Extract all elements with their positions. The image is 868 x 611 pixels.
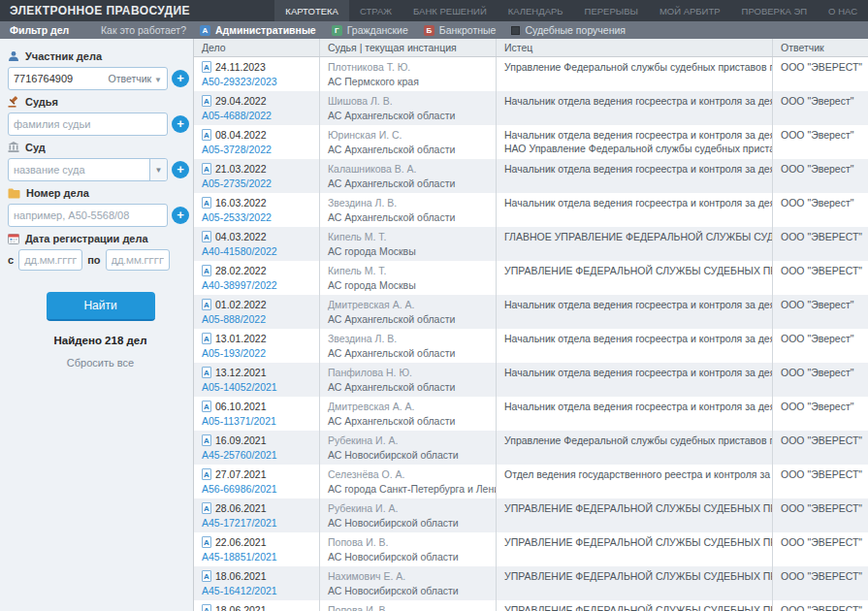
nav-item-link[interactable]: МОЙ АРБИТР [649, 0, 731, 21]
participant-role-select[interactable]: Ответчик ▼ [108, 73, 162, 84]
cell-judge-court: Плотникова Т. Ю.АС Пермского края [320, 57, 497, 91]
judge-name: Шишова Л. В. [328, 95, 488, 107]
case-type-tab[interactable]: ББанкротные [424, 24, 497, 36]
table-row: А18.06.2021Попова И. В.УПРАВЛЕНИЕ ФЕДЕРА… [194, 600, 868, 611]
case-number-link[interactable]: А05-2735/2022 [202, 177, 311, 189]
court-name: АС города Санкт-Петербурга и Ленинградс [328, 483, 488, 495]
court-label-row: Суд [8, 142, 193, 153]
judge-name: Юринская И. С. [328, 129, 488, 141]
judge-inputbox [8, 113, 168, 136]
case-number-link[interactable]: А05-4688/2022 [202, 110, 311, 121]
cell-judge-court: Юринская И. С.АС Архангельской области [320, 125, 497, 159]
plaintiff-name: УПРАВЛЕНИЕ ФЕДЕРАЛЬНОЙ СЛУЖБЫ СУДЕБНЫХ П… [504, 502, 764, 514]
reg-date-label: Дата регистрации дела [25, 233, 148, 244]
case-number-link[interactable]: А45-25760/2021 [202, 449, 311, 461]
judge-name: Дмитревская А. А. [328, 299, 488, 310]
app-title: ЭЛЕКТРОННОЕ ПРАВОСУДИЕ [0, 0, 200, 21]
plaintiff-name: Начальник отдела ведения госреестра и ко… [504, 95, 764, 107]
administrative-case-icon: А [202, 197, 211, 209]
date-from-label: с [8, 254, 14, 266]
cell-case: А18.06.2021 [194, 600, 320, 611]
date-from-input[interactable] [18, 249, 82, 271]
nav-item-link[interactable]: ПРОВЕРКА ЭП [731, 0, 819, 21]
calendar-icon [8, 233, 19, 244]
case-number-link[interactable]: А45-17217/2021 [202, 517, 311, 529]
date-to-input[interactable] [106, 249, 170, 271]
cell-case: А04.03.2022А40-41580/2022 [194, 227, 320, 261]
administrative-case-icon: А [202, 265, 211, 276]
case-number-link[interactable]: А05-3728/2022 [202, 144, 311, 155]
nav-item-link[interactable]: О НАС [818, 0, 868, 21]
cell-plaintiff: УПРАВЛЕНИЕ ФЕДЕРАЛЬНОЙ СЛУЖБЫ СУДЕБНЫХ П… [497, 600, 773, 611]
case-number-link[interactable]: А45-18851/2021 [202, 551, 311, 563]
reset-all-link[interactable]: Сбросить все [8, 357, 193, 369]
plaintiff-name: УПРАВЛЕНИЕ ФЕДЕРАЛЬНОЙ СЛУЖБЫ СУДЕБНЫХ П… [504, 570, 764, 582]
administrative-case-icon: А [202, 536, 211, 548]
case-number-input[interactable] [14, 209, 162, 221]
filter-bar: Фильтр дел Как это работает? ААдминистра… [0, 21, 868, 39]
plaintiff-name: УПРАВЛЕНИЕ ФЕДЕРАЛЬНОЙ СЛУЖБЫ СУДЕБНЫХ П… [504, 265, 764, 276]
how-it-works-link[interactable]: Как это работает? [101, 24, 186, 36]
table-row: А08.04.2022А05-3728/2022Юринская И. С.АС… [194, 125, 868, 159]
cell-judge-court: Звездина Л. В.АС Архангельской области [320, 329, 497, 363]
add-court-button[interactable]: + [172, 161, 189, 178]
case-number-link[interactable]: А56-66986/2021 [202, 483, 311, 495]
case-number-label: Номер дела [26, 187, 89, 199]
court-input[interactable] [14, 164, 145, 176]
court-dropdown-button[interactable]: ▼ [149, 159, 167, 180]
participant-input[interactable] [14, 73, 108, 84]
cell-defendant: ООО "Эверест" [773, 329, 868, 363]
defendant-name: ООО "Эверест" [781, 367, 860, 378]
cell-judge-court: Звездина Л. В.АС Архангельской области [320, 193, 497, 227]
court-orders-checkbox-row[interactable]: Судебные поручения [511, 24, 626, 36]
case-number-link[interactable]: А05-11371/2021 [202, 415, 311, 427]
person-icon [8, 50, 19, 62]
cell-judge-court: Селезнёва О. А.АС города Санкт-Петербург… [320, 465, 497, 498]
court-name: АС Архангельской области [328, 381, 488, 393]
case-type-tab[interactable]: ААдминистративные [200, 24, 316, 36]
cell-defendant: ООО "Эверест" [773, 91, 868, 125]
case-number-link[interactable]: А05-888/2022 [202, 313, 311, 325]
plaintiff-name: Начальник отдела ведения госреестра и ко… [504, 299, 764, 310]
nav-item-link[interactable]: КАЛЕНДАРЬ [498, 0, 574, 21]
nav-item-link[interactable]: БАНК РЕШЕНИЙ [402, 0, 498, 21]
plaintiff-name: Управление Федеральной службы судебных п… [504, 434, 764, 446]
administrative-case-icon: А [202, 299, 211, 310]
case-number-link[interactable]: А05-2533/2022 [202, 211, 311, 223]
case-number-link[interactable]: А05-193/2022 [202, 347, 311, 359]
cell-plaintiff: Начальник отдела ведения госреестра и ко… [497, 397, 773, 431]
case-number-link[interactable]: А40-38997/2022 [202, 279, 311, 291]
case-number-link[interactable]: А45-16412/2021 [202, 585, 311, 596]
case-type-tab[interactable]: ГГражданские [332, 24, 408, 36]
case-number-link[interactable]: А05-14052/2021 [202, 381, 311, 393]
cell-plaintiff: Управление Федеральной службы судебных п… [497, 431, 773, 465]
cell-case: А24.11.2023А50-29323/2023 [194, 57, 320, 91]
filter-sidebar: Участник дела Ответчик ▼ + Судья + Суд [0, 39, 194, 611]
cell-judge-court: Нахимович Е. А.АС Новосибирской области [320, 566, 497, 600]
case-type-badge-icon: Б [424, 25, 434, 36]
court-name: АС Архангельской области [328, 347, 488, 359]
table-body: А24.11.2023А50-29323/2023Плотникова Т. Ю… [194, 57, 868, 611]
cell-case: А18.06.2021А45-16412/2021 [194, 566, 320, 600]
case-type-tab-label: Гражданские [347, 24, 408, 36]
plaintiff-name: Начальник отдела ведения госреестра и ко… [504, 129, 764, 141]
defendant-name: ООО "ЭВЕРЕСТ" [781, 265, 860, 276]
search-button[interactable]: Найти [47, 292, 155, 321]
table-row: А21.03.2022А05-2735/2022Калашникова В. А… [194, 159, 868, 193]
case-type-badge-icon: Г [332, 25, 342, 36]
checkbox-icon[interactable] [511, 26, 520, 35]
cell-case: А22.06.2021А45-18851/2021 [194, 532, 320, 566]
case-number-link[interactable]: А50-29323/2023 [202, 76, 311, 87]
case-number-link[interactable]: А40-41580/2022 [202, 245, 311, 257]
judge-input[interactable] [14, 118, 162, 130]
col-header-case: Дело [194, 39, 320, 56]
table-row: А29.04.2022А05-4688/2022Шишова Л. В.АС А… [194, 91, 868, 125]
add-case-number-button[interactable]: + [172, 207, 189, 224]
court-name: АС Архангельской области [328, 313, 488, 325]
add-participant-button[interactable]: + [172, 70, 189, 87]
nav-item-link[interactable]: ПЕРЕРЫВЫ [574, 0, 649, 21]
add-judge-button[interactable]: + [172, 115, 189, 133]
cell-case: А29.04.2022А05-4688/2022 [194, 91, 320, 125]
nav-item-active[interactable]: КАРТОТЕКА [274, 0, 349, 21]
nav-item-link[interactable]: СТРАЖ [349, 0, 402, 21]
